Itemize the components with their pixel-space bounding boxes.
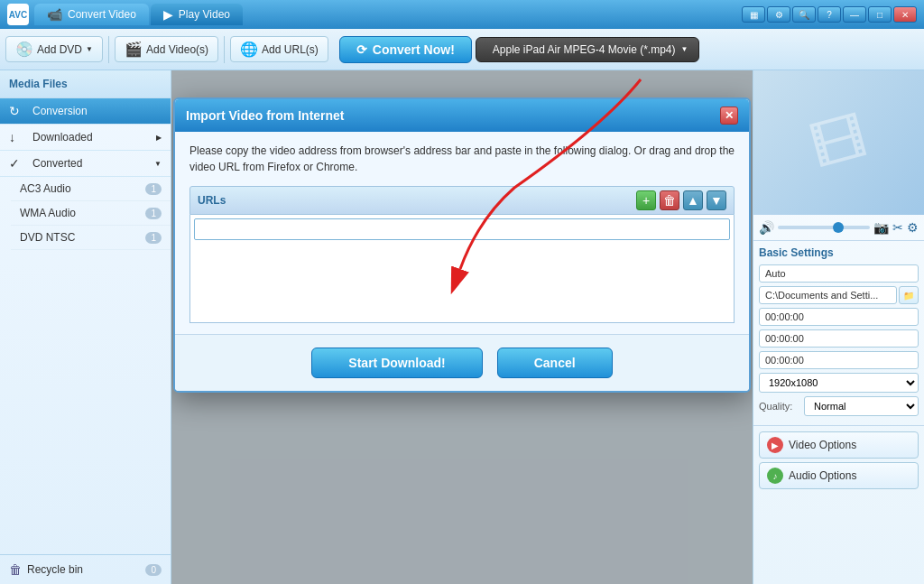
snapshot-icon[interactable]: 📷 — [873, 220, 889, 235]
add-videos-button[interactable]: 🎬 Add Video(s) — [115, 36, 218, 62]
search-icon[interactable]: 🔍 — [792, 6, 816, 23]
sidebar-item-wma[interactable]: WMA Audio 1 — [11, 201, 171, 226]
minimize-button[interactable]: — — [843, 6, 866, 23]
modal-header: Import Video from Internet ✕ — [175, 99, 749, 132]
add-dvd-arrow: ▼ — [86, 45, 93, 53]
urls-label: URLs — [198, 194, 636, 207]
add-dvd-label: Add DVD — [37, 43, 82, 56]
right-panel: 🎞 🔊 📷 ✂ ⚙ Basic Settings 📁 — [753, 70, 924, 584]
clip-icon[interactable]: ✂ — [892, 220, 903, 235]
sidebar-item-converted[interactable]: ✓ Converted ▼ — [0, 151, 171, 177]
app-logo: AVC — [7, 4, 29, 25]
time-start-field — [759, 308, 919, 326]
dvd-icon: 💿 — [15, 41, 33, 58]
profile-arrow: ▼ — [681, 45, 688, 53]
time-end-input[interactable] — [759, 329, 919, 348]
play-tab-icon: ▶ — [163, 7, 173, 22]
sidebar-downloaded-label: Downloaded — [32, 131, 156, 144]
close-button[interactable]: ✕ — [893, 6, 917, 23]
main-layout: Media Files ↻ Conversion ↓ Downloaded ▶ … — [0, 70, 924, 584]
divider-2 — [224, 36, 225, 63]
video-options-icon: ▶ — [767, 437, 783, 453]
auto-field — [759, 264, 919, 283]
convert-now-button[interactable]: ⟳ Convert Now! — [339, 36, 472, 63]
time-start-input[interactable] — [759, 308, 919, 326]
basic-settings-title: Basic Settings — [759, 246, 919, 259]
icon-grid[interactable]: ▦ — [742, 6, 765, 23]
content-area: Import Video from Internet ✕ Please copy… — [171, 70, 753, 584]
toolbar: 💿 Add DVD ▼ 🎬 Add Video(s) 🌐 Add URL(s) … — [0, 29, 924, 70]
volume-icon[interactable]: 🔊 — [759, 220, 774, 235]
path-input[interactable] — [759, 286, 897, 304]
url-add-button[interactable]: + — [636, 190, 656, 210]
downloaded-icon: ↓ — [9, 130, 27, 144]
audio-options-button[interactable]: ♪ Audio Options — [759, 462, 919, 489]
add-videos-label: Add Video(s) — [146, 43, 208, 56]
modal-overlay: Import Video from Internet ✕ Please copy… — [171, 70, 753, 584]
divider-1 — [108, 36, 109, 63]
converted-icon: ✓ — [9, 156, 27, 171]
cancel-button[interactable]: Cancel — [497, 348, 613, 378]
profile-label: Apple iPad Air MPEG-4 Movie (*.mp4) — [493, 43, 676, 56]
settings-icon[interactable]: ⚙ — [907, 220, 919, 235]
quality-select[interactable]: Normal — [804, 396, 919, 416]
help-icon[interactable]: ? — [818, 6, 841, 23]
start-download-button[interactable]: Start Download! — [311, 348, 482, 378]
add-dvd-button[interactable]: 💿 Add DVD ▼ — [5, 36, 103, 62]
expand-icon-2: ▼ — [154, 160, 162, 168]
recycle-badge: 0 — [145, 564, 162, 576]
gear-icon[interactable]: ⚙ — [767, 6, 790, 23]
modal-description: Please copy the video address from brows… — [189, 143, 735, 175]
add-urls-button[interactable]: 🌐 Add URL(s) — [230, 36, 328, 62]
maximize-button[interactable]: □ — [868, 6, 892, 23]
sidebar-sub-items: AC3 Audio 1 WMA Audio 1 DVD NTSC 1 — [0, 177, 171, 250]
basic-settings-section: Basic Settings 📁 1920x1080 — [753, 241, 924, 425]
url-move-up-button[interactable]: ▲ — [683, 190, 703, 210]
url-input-field[interactable] — [194, 218, 730, 240]
quality-row: Quality: Normal — [759, 396, 919, 416]
sidebar-item-ac3[interactable]: AC3 Audio 1 — [11, 177, 171, 201]
video-options-button[interactable]: ▶ Video Options — [759, 431, 919, 459]
modal-title: Import Video from Internet — [186, 108, 345, 123]
sidebar-item-dvd[interactable]: DVD NTSC 1 — [11, 226, 171, 250]
wma-badge: 1 — [145, 208, 162, 219]
title-bar: AVC 📹 Convert Video ▶ Play Video ▦ ⚙ 🔍 ?… — [0, 0, 924, 29]
audio-options-icon: ♪ — [767, 468, 783, 484]
play-tab-label: Play Video — [179, 8, 230, 21]
tab-play-video[interactable]: ▶ Play Video — [151, 4, 243, 25]
browse-button[interactable]: 📁 — [899, 286, 919, 304]
film-strip: 🎞 — [753, 70, 924, 215]
modal-close-button[interactable]: ✕ — [720, 107, 738, 125]
url-delete-button[interactable]: 🗑 — [660, 190, 679, 210]
path-field: 📁 — [759, 286, 919, 304]
sidebar-header: Media Files — [0, 70, 171, 98]
auto-input[interactable] — [759, 264, 919, 283]
ac3-badge: 1 — [145, 183, 162, 195]
options-section: ▶ Video Options ♪ Audio Options — [753, 425, 924, 498]
resolution-select[interactable]: 1920x1080 — [759, 373, 919, 393]
sidebar-footer: 🗑 Recycle bin 0 — [0, 554, 171, 584]
url-move-down-button[interactable]: ▼ — [707, 190, 726, 210]
expand-icon: ▶ — [156, 134, 162, 142]
add-urls-label: Add URL(s) — [262, 43, 319, 56]
import-dialog: Import Video from Internet ✕ Please copy… — [173, 97, 751, 393]
conversion-icon: ↻ — [9, 104, 27, 118]
convert-tab-icon: 📹 — [47, 7, 62, 22]
recycle-bin-item[interactable]: 🗑 Recycle bin 0 — [0, 555, 171, 584]
video-options-label: Video Options — [789, 439, 856, 451]
wma-label: WMA Audio — [20, 207, 145, 219]
dvd-label: DVD NTSC — [20, 231, 145, 244]
volume-thumb[interactable] — [833, 222, 844, 233]
sidebar-item-downloaded[interactable]: ↓ Downloaded ▶ — [0, 125, 171, 151]
time-duration-input[interactable] — [759, 351, 919, 369]
audio-options-label: Audio Options — [789, 469, 856, 482]
convert-refresh-icon: ⟳ — [356, 42, 367, 57]
playback-controls: 🔊 📷 ✂ ⚙ — [753, 215, 924, 241]
urls-actions: + 🗑 ▲ ▼ — [636, 190, 726, 210]
title-bar-tabs: 📹 Convert Video ▶ Play Video — [34, 4, 742, 25]
sidebar-item-conversion[interactable]: ↻ Conversion — [0, 98, 171, 125]
url-icon: 🌐 — [240, 41, 258, 58]
profile-button[interactable]: Apple iPad Air MPEG-4 Movie (*.mp4) ▼ — [476, 37, 700, 62]
volume-slider[interactable] — [778, 226, 870, 229]
tab-convert-video[interactable]: 📹 Convert Video — [34, 4, 149, 25]
